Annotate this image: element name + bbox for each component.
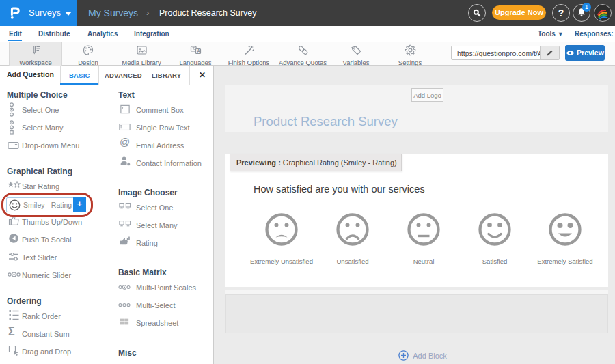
svg-text:A: A bbox=[197, 48, 200, 53]
